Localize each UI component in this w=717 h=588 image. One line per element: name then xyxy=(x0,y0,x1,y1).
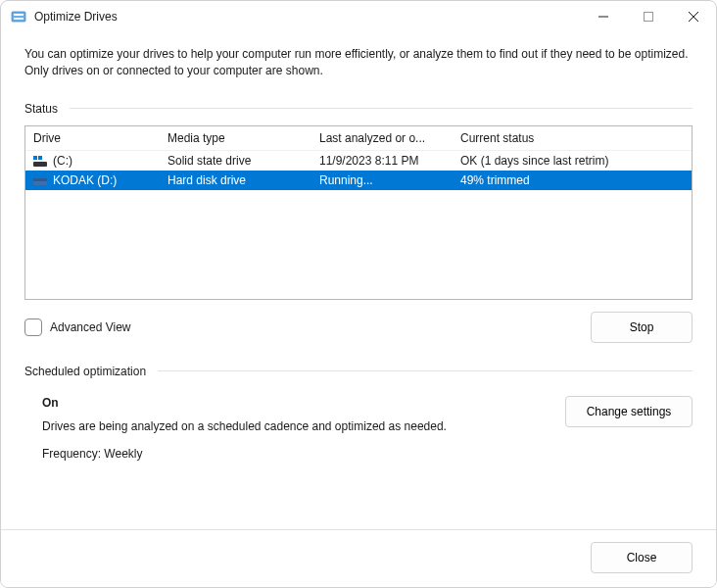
footer: Close xyxy=(1,529,716,587)
drive-last: 11/9/2023 8:11 PM xyxy=(311,154,453,168)
status-section-header: Status xyxy=(24,102,693,116)
advanced-view-checkbox[interactable]: Advanced View xyxy=(24,318,131,336)
svg-rect-1 xyxy=(14,14,24,16)
hdd-drive-icon xyxy=(33,175,49,187)
svg-rect-9 xyxy=(33,162,47,167)
scheduled-section-header: Scheduled optimization xyxy=(24,365,693,378)
svg-rect-4 xyxy=(645,13,653,22)
scheduled-label: Scheduled optimization xyxy=(24,365,146,378)
svg-rect-7 xyxy=(33,156,37,160)
close-window-button[interactable] xyxy=(671,1,716,32)
status-label: Status xyxy=(24,102,58,116)
drive-media: Hard disk drive xyxy=(160,173,311,187)
minimize-button[interactable] xyxy=(581,1,626,32)
titlebar: Optimize Drives xyxy=(1,1,716,32)
drive-list-header[interactable]: Drive Media type Last analyzed or o... C… xyxy=(25,126,692,151)
stop-button[interactable]: Stop xyxy=(591,312,693,343)
intro-text: You can optimize your drives to help you… xyxy=(24,46,693,80)
change-settings-button[interactable]: Change settings xyxy=(565,396,693,427)
advanced-view-label: Advanced View xyxy=(50,320,131,334)
scheduled-frequency: Frequency: Weekly xyxy=(42,447,143,461)
svg-rect-11 xyxy=(33,178,47,181)
svg-rect-2 xyxy=(14,18,24,20)
content-area: You can optimize your drives to help you… xyxy=(1,32,716,529)
close-button[interactable]: Close xyxy=(591,542,693,573)
window-title: Optimize Drives xyxy=(34,10,581,24)
col-header-status[interactable]: Current status xyxy=(453,126,692,150)
windows-drive-icon xyxy=(33,156,49,168)
drive-last: Running... xyxy=(311,173,453,187)
drive-row[interactable]: (C:) Solid state drive 11/9/2023 8:11 PM… xyxy=(25,151,692,171)
drive-list[interactable]: Drive Media type Last analyzed or o... C… xyxy=(24,125,693,300)
drive-status: OK (1 days since last retrim) xyxy=(453,154,692,168)
col-header-media[interactable]: Media type xyxy=(160,126,311,150)
drive-name: KODAK (D:) xyxy=(53,173,117,187)
drive-row[interactable]: KODAK (D:) Hard disk drive Running... 49… xyxy=(25,171,692,190)
scheduled-desc: Drives are being analyzed on a scheduled… xyxy=(42,419,447,433)
window-controls xyxy=(581,1,716,32)
app-icon xyxy=(11,9,26,24)
checkbox-icon xyxy=(24,318,42,336)
svg-rect-8 xyxy=(38,156,42,160)
drive-name: (C:) xyxy=(53,154,72,168)
drive-media: Solid state drive xyxy=(160,154,311,168)
under-list-row: Advanced View Stop xyxy=(24,312,693,343)
svg-rect-0 xyxy=(12,12,25,22)
col-header-last[interactable]: Last analyzed or o... xyxy=(311,126,453,150)
scheduled-state: On xyxy=(42,396,447,410)
scheduled-body: On Drives are being analyzed on a schedu… xyxy=(24,388,693,461)
col-header-drive[interactable]: Drive xyxy=(25,126,160,150)
maximize-button[interactable] xyxy=(626,1,671,32)
drive-status: 49% trimmed xyxy=(453,173,692,187)
